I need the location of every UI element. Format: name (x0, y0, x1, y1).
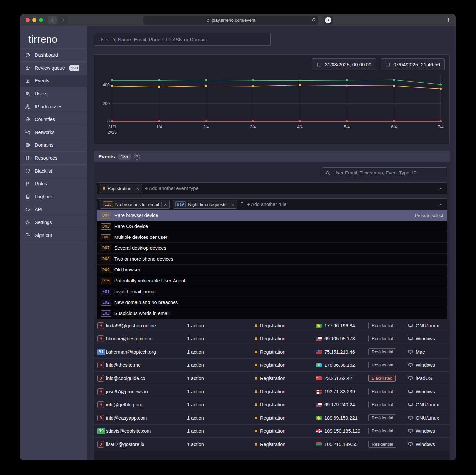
connection-type: Residential (368, 401, 408, 408)
browser-forward-button[interactable] (59, 16, 67, 24)
date-start-picker[interactable]: 31/03/2025, 00:00:00 (312, 58, 376, 70)
review-queue-icon (25, 65, 31, 71)
sidebar-item-networks[interactable]: Networks (20, 126, 87, 139)
sidebar-item-review-queue[interactable]: Review queue999 (20, 61, 87, 74)
table-row[interactable]: 0jose67@pronews.io1 actionRegistration19… (94, 385, 450, 398)
rule-tag-e15[interactable]: E15 No breaches for email × (100, 200, 170, 209)
user-email[interactable]: info@easyapp.com (106, 415, 187, 421)
user-email[interactable]: info@coolguide.co (106, 376, 187, 381)
event-type-dot-icon (255, 430, 257, 432)
ip-address[interactable]: 178.86.38.162 (316, 363, 368, 368)
remove-rule-icon[interactable]: × (232, 202, 235, 207)
event-type-label: Registration (260, 428, 285, 434)
ip-address[interactable]: 75.151.210.46 (316, 349, 368, 355)
user-email[interactable]: info@thesite.me (106, 363, 187, 368)
ip-address[interactable]: 177.96.196.84 (316, 323, 368, 328)
rule-option-d09[interactable]: D09Old browser (97, 265, 447, 275)
date-end-picker[interactable]: 07/04/2025, 21:46:56 (381, 58, 445, 70)
minimize-window-button[interactable] (32, 18, 36, 22)
chevron-down-icon[interactable] (439, 202, 444, 207)
user-email[interactable]: sdavis@coolsite.com (106, 428, 187, 434)
chevron-down-icon[interactable] (439, 186, 444, 191)
rule-option-e02[interactable]: E02New domain and no breaches (97, 297, 447, 308)
ip-address[interactable]: 189.69.159.221 (316, 415, 368, 421)
user-email[interactable]: jose67@pronews.io (106, 389, 187, 394)
ip-address[interactable]: 109.150.185.120 (316, 428, 368, 434)
reload-icon[interactable] (311, 18, 316, 22)
rule-option-e01[interactable]: E01Invalid email format (97, 286, 447, 297)
sidebar-item-settings[interactable]: Settings (20, 216, 87, 229)
sidebar-item-dashboard[interactable]: Dashboard (20, 48, 87, 61)
add-event-type-label[interactable]: + Add another event type (145, 186, 199, 191)
rule-option-d05[interactable]: D05Rare OS device (97, 221, 447, 232)
events-search-input[interactable] (333, 170, 443, 176)
sidebar-item-users[interactable]: Users (20, 87, 87, 100)
rule-option-d10[interactable]: D10Potentially vulnerable User-Agent (97, 275, 447, 286)
ip-address[interactable]: 69.179.240.24 (316, 402, 368, 407)
event-type-tag[interactable]: Registration × (100, 184, 142, 193)
user-email[interactable]: lisa82@gostore.io (106, 442, 187, 447)
user-email[interactable]: linda98@goshop.online (106, 323, 187, 328)
monitor-icon (408, 428, 413, 433)
connection-type-badge: Residential (368, 322, 396, 329)
sidebar-item-rules[interactable]: Rules (20, 177, 87, 190)
sidebar-item-logbook[interactable]: Logbook (20, 190, 87, 203)
table-row[interactable]: 99sdavis@coolsite.com1 actionRegistratio… (94, 425, 450, 438)
remove-rule-icon[interactable]: × (164, 202, 167, 207)
sidebar-item-api[interactable]: API (20, 203, 87, 216)
rule-filter[interactable]: E15 No breaches for email × B19 Night ti… (97, 198, 447, 210)
sidebar-item-resources[interactable]: Resources (20, 151, 87, 164)
sidebar-item-countries[interactable]: Countries (20, 113, 87, 126)
address-bar[interactable]: play.tirreno.com/event (143, 16, 318, 25)
rule-option-d07[interactable]: D07Several desktop devices (97, 243, 447, 254)
remove-event-type-icon[interactable]: × (136, 186, 139, 191)
add-rule-label[interactable]: + Add another rule (247, 202, 286, 207)
browser-back-button[interactable] (48, 16, 57, 24)
zoom-window-button[interactable] (39, 18, 43, 22)
rule-option-label: Suspicious words in email (114, 311, 170, 316)
event-type: Registration (255, 323, 316, 328)
sidebar-item-sign-out[interactable]: Sign out (20, 229, 87, 241)
risk-score-badge: 0 (97, 335, 104, 342)
table-row[interactable]: 0info@thesite.me1 actionRegistration178.… (94, 359, 450, 372)
monitor-icon (408, 363, 413, 367)
ip-address[interactable]: 23.251.62.42 (316, 376, 368, 381)
rule-option-d08[interactable]: D08Two or more phone devices (97, 254, 447, 265)
os: Windows (408, 336, 447, 341)
help-icon[interactable]: ? (134, 154, 140, 160)
sidebar-item-events[interactable]: Events (20, 74, 87, 87)
date-range-row: 31/03/2025, 00:00:00 07/04/2025, 21:46:5… (99, 58, 445, 70)
table-row[interactable]: 0hboone@bestguide.io1 actionRegistration… (94, 332, 450, 345)
new-tab-button[interactable] (446, 17, 451, 22)
downloads-button[interactable] (324, 16, 333, 25)
table-row[interactable]: 31bsherman@toptech.org1 actionRegistrati… (94, 345, 450, 359)
risk-score-badge: 0 (97, 375, 104, 382)
table-row[interactable]: 0linda98@goshop.online1 actionRegistrati… (94, 319, 450, 332)
close-window-button[interactable] (26, 18, 30, 22)
blacklist-icon (25, 168, 31, 174)
user-email[interactable]: bsherman@toptech.org (106, 349, 187, 355)
connection-type: Residential (368, 414, 408, 421)
user-email[interactable]: hboone@bestguide.io (106, 336, 187, 341)
sidebar-item-domains[interactable]: Domains (20, 139, 87, 151)
rule-option-d04[interactable]: D04Rare browser devicePress to select (97, 210, 447, 221)
rule-option-d06[interactable]: D06Multiple devices per user (97, 232, 447, 243)
user-email[interactable]: info@getblog.org (106, 402, 187, 407)
ip-address[interactable]: 105.215.189.55 (316, 442, 368, 447)
global-search-input[interactable] (94, 33, 271, 46)
dashboard-icon (25, 52, 31, 58)
sidebar-item-blacklist[interactable]: Blacklist (20, 164, 87, 177)
sidebar-item-ip-addresses[interactable]: IP addresses (20, 100, 87, 113)
ip-address[interactable]: 193.71.33.239 (316, 389, 368, 394)
country-flag-us (316, 337, 322, 341)
event-type-filter[interactable]: Registration × + Add another event type (97, 182, 447, 194)
rule-tag-b19[interactable]: B19 Night time requests × (173, 200, 237, 209)
table-row[interactable]: 0info@getblog.org1 actionRegistration69.… (94, 398, 450, 411)
connection-type-badge: Residential (368, 414, 396, 421)
table-row[interactable]: 0info@coolguide.co1 actionRegistration23… (94, 372, 450, 385)
table-row[interactable]: 0lisa82@gostore.io1 actionRegistration10… (94, 438, 450, 451)
table-row[interactable]: 0info@easyapp.com1 actionRegistration189… (94, 411, 450, 425)
ip-address[interactable]: 69.105.95.173 (316, 336, 368, 341)
events-header: Events 185 ? (94, 151, 450, 162)
rule-option-e03[interactable]: E03Suspicious words in email (97, 308, 447, 319)
